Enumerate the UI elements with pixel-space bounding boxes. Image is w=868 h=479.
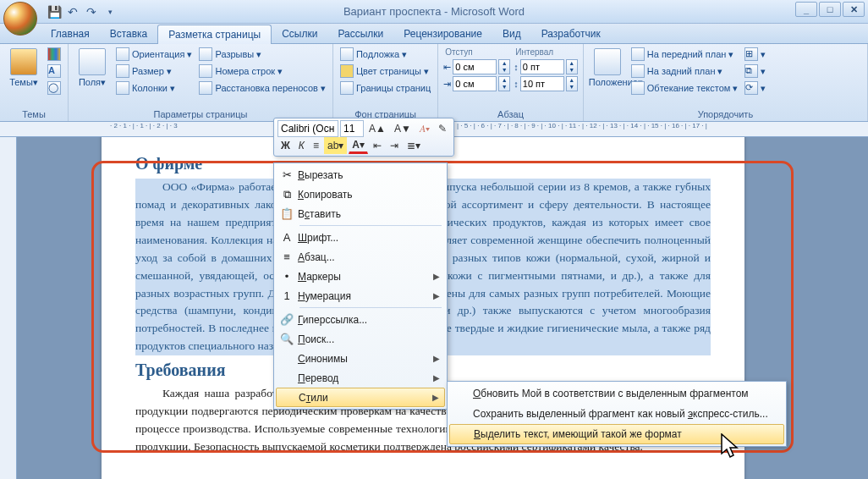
size-button[interactable]: Размер ▾	[114, 63, 194, 79]
ctx-item-шрифт-[interactable]: AШрифт...	[276, 228, 445, 247]
orientation-button[interactable]: Ориентация ▾	[114, 47, 194, 62]
group-objects-button[interactable]: ⧉▾	[743, 63, 767, 79]
submenu-item[interactable]: Выделить текст, имеющий такой же формат	[449, 424, 784, 444]
ribbon: Темы▾ A ◯ Темы Поля▾ Ориентация ▾ Размер…	[0, 44, 868, 122]
tab-insert[interactable]: Вставка	[100, 25, 158, 43]
indent-left-field[interactable]: ⇤▲▼	[443, 59, 510, 74]
breaks-button[interactable]: Разрывы ▾	[197, 47, 327, 62]
margins-button[interactable]: Поля▾	[74, 47, 111, 88]
highlight-icon[interactable]: ab▾	[324, 137, 347, 154]
ctx-item-вставить[interactable]: 📋Вставить	[276, 204, 445, 223]
group-page-background: Подложка ▾ Цвет страницы ▾ Границы стран…	[333, 44, 438, 121]
indent-label: Отступ	[443, 47, 510, 58]
titlebar: 💾 ↶ ↷ ▾ Вариант проспекта - Microsoft Wo…	[0, 0, 868, 24]
align-button[interactable]: ⊞▾	[743, 47, 767, 62]
ctx-item-маркеры[interactable]: •Маркеры▶	[276, 267, 445, 286]
ribbon-tabs: Главная Вставка Разметка страницы Ссылки…	[0, 24, 868, 44]
line-numbers-button[interactable]: Номера строк ▾	[197, 63, 327, 79]
bring-front-button[interactable]: На передний план ▾	[629, 47, 740, 62]
theme-fonts-button[interactable]: A	[46, 63, 63, 79]
quick-access-toolbar: 💾 ↶ ↷ ▾	[46, 3, 118, 20]
columns-button[interactable]: Колонки ▾	[114, 80, 194, 96]
group-page-setup: Поля▾ Ориентация ▾ Размер ▾ Колонки ▾ Ра…	[69, 44, 333, 121]
indent-right-field[interactable]: ⇥▲▼	[443, 76, 510, 91]
mini-toolbar: A▲ A▼ 𝐴▾ ✎ Ж К ≡ ab▾ A▾ ⇤ ⇥ ≣▾	[273, 118, 454, 157]
page-borders-button[interactable]: Границы страниц	[338, 80, 432, 96]
spacing-after-field[interactable]: ↕▲▼	[514, 76, 578, 91]
increase-indent-icon[interactable]: ⇥	[387, 137, 402, 154]
shrink-font-icon[interactable]: A▼	[391, 120, 415, 137]
bullets-icon[interactable]: ≣▾	[404, 137, 424, 154]
ctx-item-абзац-[interactable]: ≡Абзац...	[276, 247, 445, 267]
tab-mailings[interactable]: Рассылки	[327, 25, 393, 43]
theme-colors-button[interactable]	[46, 47, 63, 62]
format-painter-icon[interactable]: ✎	[435, 120, 450, 137]
spacing-before-field[interactable]: ↕▲▼	[514, 59, 578, 74]
page-color-button[interactable]: Цвет страницы ▾	[338, 63, 432, 79]
styles-submenu: Обновить Мой в соответствии с выделенным…	[447, 381, 787, 447]
grow-font-icon[interactable]: A▲	[365, 120, 389, 137]
tab-developer[interactable]: Разработчик	[531, 25, 611, 43]
vertical-ruler[interactable]	[0, 137, 17, 479]
ctx-item-синонимы[interactable]: Синонимы▶	[276, 349, 445, 368]
close-button[interactable]: ✕	[843, 2, 865, 17]
office-button[interactable]	[3, 2, 37, 36]
submenu-item[interactable]: Обновить Мой в соответствии с выделенным…	[449, 383, 784, 404]
position-button[interactable]: Положение▾	[589, 47, 626, 88]
theme-effects-button[interactable]: ◯	[46, 80, 63, 96]
window-title: Вариант проспекта - Microsoft Word	[0, 5, 868, 18]
text-wrap-button[interactable]: Обтекание текстом ▾	[629, 80, 740, 96]
ctx-item-поиск-[interactable]: 🔍Поиск...	[276, 329, 445, 349]
group-arrange: Положение▾ На передний план ▾ На задний …	[584, 44, 868, 121]
context-menu: ✂Вырезать⧉Копировать📋ВставитьAШрифт...≡А…	[273, 162, 448, 410]
font-size-field[interactable]	[340, 120, 364, 137]
tab-references[interactable]: Ссылки	[272, 25, 327, 43]
group-paragraph: Отступ ⇤▲▼ ⇥▲▼ Интервал ↕▲▼ ↕▲▼ Абзац	[438, 44, 584, 121]
undo-icon[interactable]: ↶	[64, 3, 81, 20]
tab-home[interactable]: Главная	[41, 25, 100, 43]
decrease-indent-icon[interactable]: ⇤	[370, 137, 385, 154]
group-themes: Темы▾ A ◯ Темы	[0, 44, 69, 121]
rotate-button[interactable]: ⟳▾	[743, 80, 767, 96]
minimize-button[interactable]: _	[795, 2, 817, 17]
ctx-item-стили[interactable]: Стили▶	[276, 388, 445, 407]
styles-icon[interactable]: 𝐴▾	[416, 120, 433, 137]
ctx-item-вырезать[interactable]: ✂Вырезать	[276, 165, 445, 184]
qat-more-icon[interactable]: ▾	[102, 3, 118, 20]
ctx-item-нумерация[interactable]: 1Нумерация▶	[276, 286, 445, 306]
font-name-field[interactable]	[277, 120, 338, 137]
bold-icon[interactable]: Ж	[277, 137, 294, 154]
ctx-item-гиперссылка-[interactable]: 🔗Гиперссылка...	[276, 310, 445, 329]
tab-view[interactable]: Вид	[492, 25, 531, 43]
maximize-button[interactable]: □	[819, 2, 841, 17]
save-icon[interactable]: 💾	[46, 3, 63, 20]
hyphenation-button[interactable]: Расстановка переносов ▾	[197, 80, 327, 96]
watermark-button[interactable]: Подложка ▾	[338, 47, 432, 62]
tab-page-layout[interactable]: Разметка страницы	[157, 25, 272, 44]
spacing-label: Интервал	[514, 47, 578, 58]
italic-icon[interactable]: К	[295, 137, 308, 154]
tab-review[interactable]: Рецензирование	[393, 25, 492, 43]
font-color-icon[interactable]: A▾	[349, 137, 368, 154]
themes-button[interactable]: Темы▾	[5, 47, 42, 88]
ctx-item-перевод[interactable]: Перевод▶	[276, 368, 445, 388]
redo-icon[interactable]: ↷	[83, 3, 100, 20]
align-center-icon[interactable]: ≡	[310, 137, 322, 154]
ctx-item-копировать[interactable]: ⧉Копировать	[276, 184, 445, 204]
submenu-item[interactable]: Сохранить выделенный фрагмент как новый …	[449, 404, 784, 424]
send-back-button[interactable]: На задний план ▾	[629, 63, 740, 79]
